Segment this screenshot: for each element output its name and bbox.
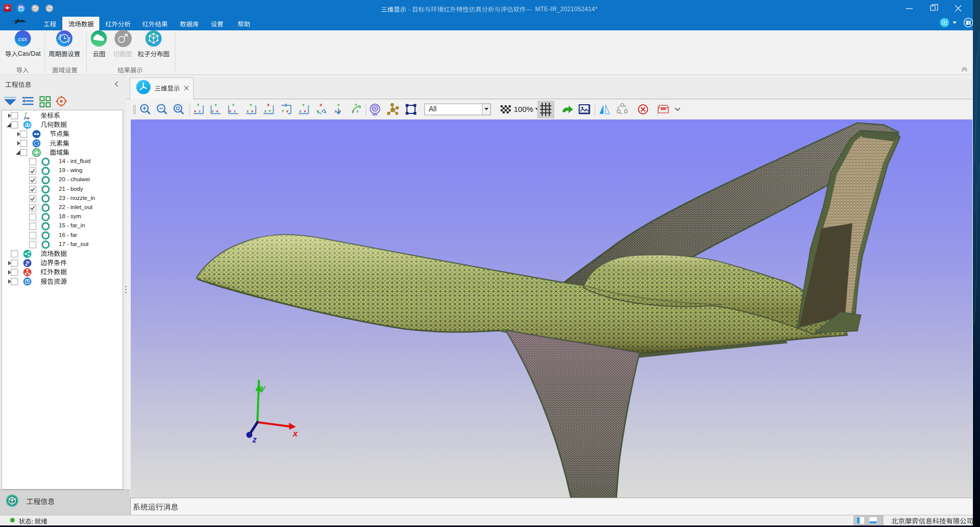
svg-text:x: x	[194, 109, 197, 113]
svg-text:z: z	[334, 109, 336, 113]
svg-text:z: z	[321, 109, 323, 113]
svg-text:X: X	[267, 103, 270, 107]
svg-text:z: z	[356, 109, 358, 113]
svg-text:Y: Y	[337, 103, 340, 107]
svg-text:z: z	[247, 109, 249, 113]
svg-text:Y: Y	[249, 103, 252, 107]
svg-text:x: x	[304, 109, 306, 113]
svg-text:z: z	[299, 109, 301, 113]
svg-text:Y: Y	[214, 103, 217, 107]
svg-text:Y: Y	[281, 109, 284, 113]
svg-text:X: X	[320, 103, 323, 107]
svg-text:x: x	[229, 109, 232, 113]
svg-text:y: y	[260, 383, 266, 393]
svg-text:z: z	[212, 109, 214, 113]
svg-text:z: z	[199, 109, 201, 113]
svg-text:z: z	[252, 435, 257, 444]
svg-text:Y: Y	[232, 103, 235, 107]
svg-text:x: x	[27, 116, 29, 120]
svg-text:Y: Y	[25, 112, 27, 115]
svg-text:z: z	[234, 109, 236, 113]
svg-text:Y: Y	[269, 109, 272, 113]
svg-text:z: z	[24, 116, 26, 120]
svg-text:Y: Y	[197, 103, 200, 107]
svg-text:All: All	[429, 105, 437, 113]
svg-text:Y: Y	[302, 103, 305, 107]
svg-text:x: x	[292, 429, 298, 438]
svg-text:cas: cas	[18, 35, 27, 43]
svg-text:z: z	[264, 109, 266, 113]
svg-text:x: x	[286, 109, 289, 113]
svg-text:100%: 100%	[514, 105, 533, 113]
svg-text:x: x	[216, 109, 218, 113]
svg-text:x: x	[251, 109, 254, 113]
